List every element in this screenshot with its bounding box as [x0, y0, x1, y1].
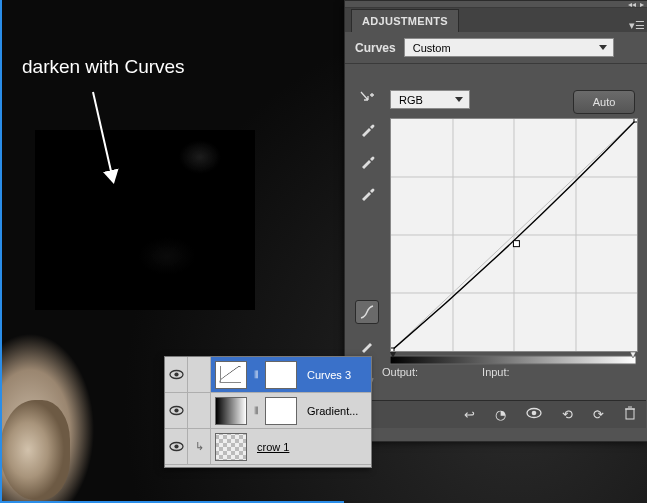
toggle-visibility-icon[interactable]: [526, 407, 542, 422]
eyedropper-gray-icon[interactable]: [357, 152, 377, 172]
prev-state-icon[interactable]: ⟲: [562, 407, 573, 422]
layer-row-gradient[interactable]: ⦀ Gradient...: [165, 393, 371, 429]
curves-graph[interactable]: [390, 118, 638, 352]
eyedropper-white-icon[interactable]: [357, 184, 377, 204]
annotation-arrow: [85, 90, 135, 200]
layer-row-crow1[interactable]: ↳ crow 1: [165, 429, 371, 465]
panel-footer: ↩︎ ◔ ⟲ ⟳: [346, 400, 646, 428]
visibility-toggle[interactable]: [165, 393, 188, 428]
visibility-toggle[interactable]: [165, 357, 188, 392]
clip-icon[interactable]: ◔: [495, 407, 506, 422]
svg-point-20: [174, 408, 178, 412]
adjustment-thumb[interactable]: [215, 361, 247, 389]
channel-value: RGB: [399, 94, 423, 106]
collapse-left-icon[interactable]: ◂◂: [628, 0, 636, 9]
panel-menu-icon[interactable]: ▾☰: [626, 15, 647, 32]
targeted-adjust-tool[interactable]: [357, 88, 377, 108]
layer-thumb[interactable]: [215, 433, 247, 461]
panel-collapse-strip[interactable]: ◂◂ ▸: [345, 1, 647, 8]
input-label: Input:: [482, 366, 510, 378]
svg-rect-11: [390, 356, 636, 364]
layer-name[interactable]: Gradient...: [307, 405, 358, 417]
preset-value: Custom: [413, 42, 451, 54]
svg-rect-10: [634, 119, 637, 122]
return-icon[interactable]: ↩︎: [464, 407, 475, 422]
output-label: Output:: [382, 366, 418, 378]
layer-name[interactable]: crow 1: [257, 441, 289, 453]
chevron-down-icon: [599, 45, 607, 50]
trash-icon[interactable]: [624, 406, 636, 423]
pencil-mode-button[interactable]: [355, 334, 379, 358]
layer-name[interactable]: Curves 3: [307, 369, 351, 381]
curves-label: Curves: [355, 41, 396, 55]
channel-select[interactable]: RGB: [390, 90, 470, 109]
visibility-toggle[interactable]: [165, 429, 188, 464]
svg-point-22: [174, 444, 178, 448]
mask-thumb[interactable]: [265, 397, 297, 425]
layer-row-curves3[interactable]: ⦀ Curves 3: [165, 357, 371, 393]
input-gradient[interactable]: [390, 352, 636, 366]
mask-link-icon[interactable]: ⦀: [251, 404, 261, 417]
svg-point-18: [174, 372, 178, 376]
auto-button[interactable]: Auto: [573, 90, 635, 114]
svg-rect-9: [513, 241, 519, 247]
svg-line-0: [93, 92, 113, 180]
annotation-text: darken with Curves: [22, 56, 185, 78]
eyedropper-black-icon[interactable]: [357, 120, 377, 140]
layers-panel-fragment: ⦀ Curves 3 ⦀ Gradient... ↳ crow 1: [164, 356, 372, 468]
selection-edge: [0, 0, 2, 503]
image-crow: [35, 130, 255, 310]
svg-point-13: [532, 411, 537, 416]
preset-select[interactable]: Custom: [404, 38, 614, 57]
collapse-right-icon[interactable]: ▸: [640, 0, 644, 9]
reset-icon[interactable]: ⟳: [593, 407, 604, 422]
svg-rect-14: [626, 409, 634, 419]
curve-mode-button[interactable]: [355, 300, 379, 324]
mask-link-icon[interactable]: ⦀: [251, 368, 261, 381]
mask-thumb[interactable]: [265, 361, 297, 389]
chevron-down-icon: [455, 97, 463, 102]
adjustment-thumb[interactable]: [215, 397, 247, 425]
image-ear: [0, 400, 70, 500]
svg-rect-8: [391, 348, 394, 351]
tab-adjustments[interactable]: ADJUSTMENTS: [351, 9, 459, 32]
